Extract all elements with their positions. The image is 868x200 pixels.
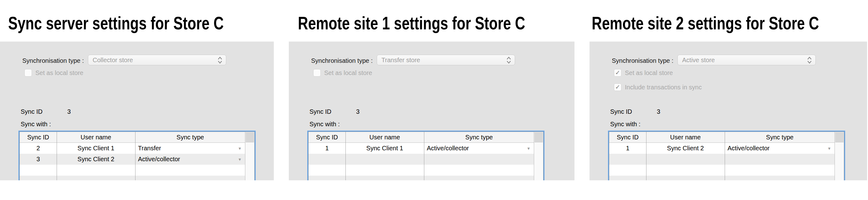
- table-body: 1 Sync Client 2 Active/collector ▾ ▾ ▾ ▾: [609, 143, 835, 180]
- column-divider: [725, 132, 725, 180]
- user-name-cell[interactable]: [345, 165, 424, 176]
- panel-title: Remote site 1 settings for Store C: [298, 12, 525, 33]
- check-mark-icon: ✓: [614, 84, 621, 90]
- set-as-local-store-checkbox[interactable]: ✓: [614, 69, 621, 76]
- table-header-row: Sync ID User name Sync type: [309, 132, 534, 143]
- table-header-sync-id: Sync ID: [609, 132, 646, 142]
- dropdown-arrow-icon: ▾: [828, 143, 831, 154]
- table-row[interactable]: ▾: [609, 154, 835, 165]
- sync-id-cell[interactable]: [609, 154, 646, 165]
- sync-type-cell[interactable]: ▾: [725, 176, 835, 180]
- column-divider: [135, 132, 135, 180]
- table-row[interactable]: 1 Sync Client 2 Active/collector ▾: [609, 143, 835, 154]
- sync-id-cell[interactable]: 1: [309, 143, 345, 154]
- sync-id-cell[interactable]: 3: [20, 154, 57, 165]
- table-body: 2 Sync Client 1 Transfer ▾ 3 Sync Client…: [20, 143, 245, 180]
- sync-with-table[interactable]: Sync ID User name Sync type 1 Sync Clien…: [308, 132, 544, 180]
- table-row[interactable]: ▾: [609, 165, 835, 176]
- sync-with-table[interactable]: Sync ID User name Sync type 1 Sync Clien…: [609, 132, 844, 180]
- sync-type-cell[interactable]: ▾: [725, 154, 835, 165]
- table-row[interactable]: ▾: [309, 176, 534, 180]
- user-name-cell[interactable]: Sync Client 1: [345, 143, 424, 154]
- settings-panel: Synchronisation type : Active store ✓ Se…: [590, 41, 867, 180]
- set-as-local-store-checkbox[interactable]: [24, 69, 32, 76]
- sync-id-label: Sync ID: [309, 108, 331, 115]
- sync-id-cell[interactable]: [609, 165, 646, 176]
- sync-with-table[interactable]: Sync ID User name Sync type 2 Sync Clien…: [20, 132, 255, 180]
- sync-id-cell[interactable]: [309, 176, 345, 180]
- table-header-sync-type: Sync type: [424, 132, 534, 142]
- sync-with-label: Sync with :: [309, 121, 340, 128]
- table-row[interactable]: ▾: [609, 176, 835, 180]
- synchronisation-type-value: Transfer store: [381, 57, 420, 64]
- checkbox-label: Set as local store: [324, 69, 372, 76]
- table-row[interactable]: ▾: [20, 176, 245, 180]
- sync-type-cell[interactable]: Active/collector ▾: [424, 143, 534, 154]
- sync-id-label: Sync ID: [21, 108, 42, 115]
- sync-id-cell[interactable]: [609, 176, 646, 180]
- table-scrollbar[interactable]: [534, 132, 543, 180]
- table-row[interactable]: 1 Sync Client 1 Active/collector ▾: [309, 143, 534, 154]
- table-header-user-name: User name: [57, 132, 135, 142]
- column-divider: [57, 132, 57, 180]
- page: Sync server settings for Store C Synchro…: [0, 0, 868, 200]
- table-row[interactable]: 2 Sync Client 1 Transfer ▾: [20, 143, 245, 154]
- sync-id-label: Sync ID: [610, 108, 632, 115]
- user-name-cell[interactable]: [646, 165, 725, 176]
- table-header-sync-type: Sync type: [725, 132, 835, 142]
- include-transactions-in-sync-checkbox[interactable]: ✓: [614, 84, 621, 91]
- user-name-cell[interactable]: [57, 165, 135, 176]
- sync-id-cell[interactable]: [20, 176, 57, 180]
- sync-type-cell[interactable]: ▾: [135, 165, 245, 176]
- sync-id-value: 3: [657, 108, 660, 115]
- check-mark-icon: ✓: [614, 69, 621, 76]
- user-name-cell[interactable]: Sync Client 2: [646, 143, 725, 154]
- table-row[interactable]: ▾: [20, 165, 245, 176]
- sync-id-value: 3: [356, 108, 360, 115]
- checkbox-label: Include transactions in sync: [625, 84, 702, 91]
- sync-type-cell[interactable]: ▾: [424, 176, 534, 180]
- sync-id-cell[interactable]: 1: [609, 143, 646, 154]
- sync-type-cell[interactable]: ▾: [424, 165, 534, 176]
- sync-type-cell[interactable]: Active/collector ▾: [725, 143, 835, 154]
- table-body: 1 Sync Client 1 Active/collector ▾ ▾ ▾ ▾: [309, 143, 534, 180]
- synchronisation-type-label: Synchronisation type :: [590, 57, 673, 64]
- sync-type-cell[interactable]: Transfer ▾: [135, 143, 245, 154]
- sync-type-cell[interactable]: ▾: [424, 154, 534, 165]
- set-as-local-store-checkbox[interactable]: [313, 69, 321, 76]
- user-name-cell[interactable]: [646, 176, 725, 180]
- sync-id-cell[interactable]: [309, 154, 345, 165]
- table-row[interactable]: ▾: [309, 165, 534, 176]
- sync-type-cell-value: Active/collector: [727, 145, 770, 152]
- sync-type-cell[interactable]: ▾: [135, 176, 245, 180]
- user-name-cell[interactable]: [345, 176, 424, 180]
- synchronisation-type-select[interactable]: Transfer store: [377, 55, 515, 65]
- table-scrollbar[interactable]: [835, 132, 844, 180]
- column-divider: [646, 132, 647, 180]
- user-name-cell[interactable]: [646, 154, 725, 165]
- chevron-up-down-icon: [807, 56, 812, 64]
- sync-type-cell[interactable]: ▾: [725, 165, 835, 176]
- sync-id-cell[interactable]: [20, 165, 57, 176]
- sync-type-cell[interactable]: Active/collector ▾: [135, 154, 245, 165]
- user-name-cell[interactable]: [57, 176, 135, 180]
- sync-id-cell[interactable]: [309, 165, 345, 176]
- user-name-cell[interactable]: Sync Client 2: [57, 154, 135, 165]
- table-scrollbar[interactable]: [245, 132, 254, 180]
- settings-panel: Synchronisation type : Collector store S…: [0, 41, 274, 180]
- user-name-cell[interactable]: Sync Client 1: [57, 143, 135, 154]
- dropdown-arrow-icon: ▾: [239, 154, 241, 165]
- user-name-cell[interactable]: [345, 154, 424, 165]
- scrollbar-thumb[interactable]: [835, 132, 844, 142]
- table-row[interactable]: 3 Sync Client 2 Active/collector ▾: [20, 154, 245, 165]
- scrollbar-thumb[interactable]: [246, 132, 254, 142]
- panel-title: Sync server settings for Store C: [8, 12, 224, 33]
- table-row[interactable]: ▾: [309, 154, 534, 165]
- settings-panel: Synchronisation type : Transfer store Se…: [289, 41, 575, 180]
- scrollbar-thumb[interactable]: [534, 132, 543, 142]
- sync-type-cell-value: Active/collector: [427, 145, 469, 152]
- synchronisation-type-select[interactable]: Active store: [677, 55, 816, 65]
- chevron-up-down-icon: [217, 56, 223, 64]
- sync-id-cell[interactable]: 2: [20, 143, 57, 154]
- synchronisation-type-select[interactable]: Collector store: [88, 55, 226, 65]
